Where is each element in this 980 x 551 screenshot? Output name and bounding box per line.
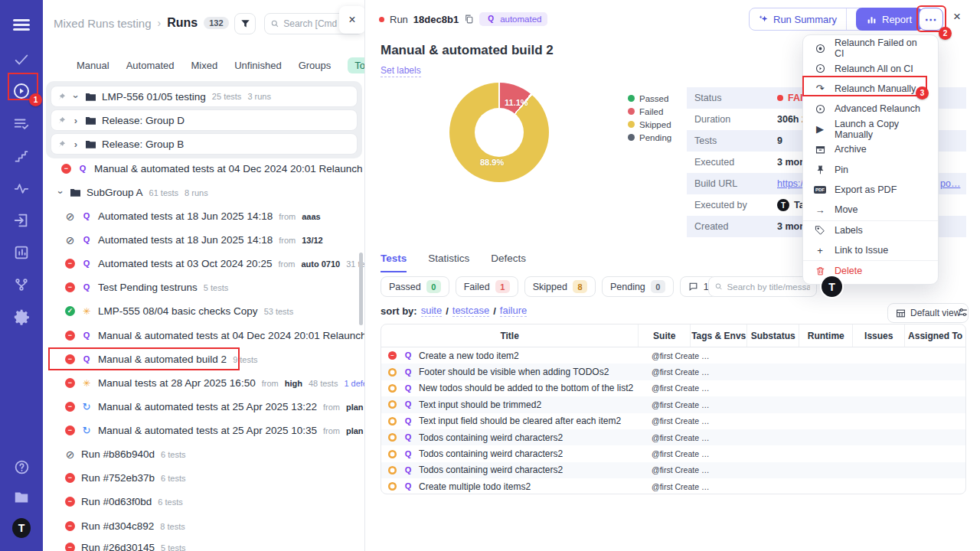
menu-advanced-relaunch[interactable]: Advanced Relaunch bbox=[803, 99, 938, 119]
breadcrumb-parent[interactable]: Mixed Runs testing bbox=[54, 17, 152, 30]
sort-by-failure[interactable]: failure bbox=[500, 305, 527, 317]
test-row[interactable]: QTodos containing weird characters2 @fir… bbox=[381, 445, 965, 461]
run-list-item[interactable]: − Q Automated tests at 03 Oct 2024 20:25… bbox=[43, 252, 365, 276]
menu-launch-copy[interactable]: ▶ Launch a Copy Manually bbox=[803, 119, 938, 139]
menu-move[interactable]: → Move bbox=[803, 200, 938, 220]
test-row[interactable]: QNew todos should be added to the bottom… bbox=[381, 380, 965, 396]
column-issues[interactable]: Issues bbox=[852, 324, 904, 347]
steps-nav-icon[interactable] bbox=[12, 147, 31, 165]
sort-by-testcase[interactable]: testcase bbox=[452, 305, 489, 317]
sort-by-suite[interactable]: suite bbox=[421, 305, 442, 317]
chevron-right-icon[interactable]: › bbox=[72, 115, 80, 126]
search-icon bbox=[715, 282, 723, 291]
testomat-logo-icon: Q bbox=[81, 283, 92, 292]
run-list-item[interactable]: ⊘ Q Automated tests at 18 Jun 2025 14:18… bbox=[43, 204, 365, 228]
analytics-nav-icon[interactable] bbox=[12, 243, 31, 262]
testomat-logo-icon: Q bbox=[403, 400, 413, 409]
run-list-item[interactable]: − Run #d304c892 8 tests bbox=[43, 514, 365, 538]
group-row[interactable]: › LMP-556 01/05 testing 25 tests 3 runs bbox=[51, 86, 358, 107]
column-tags-envs[interactable]: Tags & Envs bbox=[690, 324, 746, 347]
tab-automated[interactable]: Automated bbox=[126, 60, 175, 71]
projects-folder-icon[interactable] bbox=[12, 488, 31, 507]
defects-count[interactable]: 1 defects bbox=[344, 379, 365, 388]
list-check-nav-icon[interactable] bbox=[12, 115, 31, 133]
tab-groups[interactable]: Groups bbox=[299, 60, 332, 71]
column-suite[interactable]: Suite bbox=[638, 324, 690, 347]
close-run-button[interactable]: × bbox=[953, 9, 961, 24]
build-url-link[interactable]: https:// bbox=[777, 178, 806, 189]
tab-manual[interactable]: Manual bbox=[77, 60, 109, 71]
column-substatus[interactable]: Substatus bbox=[746, 324, 799, 347]
tab-defects[interactable]: Defects bbox=[491, 253, 526, 272]
pulse-nav-icon[interactable] bbox=[12, 179, 31, 197]
settings-gear-icon[interactable] bbox=[12, 308, 31, 326]
workspace-avatar[interactable]: T bbox=[12, 519, 31, 537]
filter-passed[interactable]: Passed0 bbox=[381, 276, 449, 297]
menu-relaunch-failed-ci[interactable]: Relaunch Failed on CI bbox=[803, 38, 938, 58]
test-row[interactable]: QText input should be trimmed2 @first Cr… bbox=[381, 396, 965, 412]
filter-skipped[interactable]: Skipped8 bbox=[524, 276, 596, 297]
filter-button[interactable] bbox=[234, 13, 256, 34]
run-list-item[interactable]: − Q Test Pending testruns 5 tests bbox=[43, 276, 365, 299]
report-button[interactable]: Report bbox=[856, 8, 923, 31]
run-list-item[interactable]: − ↻ Manual & automated tests at 25 Apr 2… bbox=[43, 395, 365, 419]
breadcrumb-separator-icon: › bbox=[158, 17, 162, 29]
run-list-item[interactable]: − Run #0d63f0bd 6 tests bbox=[43, 490, 365, 514]
test-row[interactable]: −QCreate a new todo item2 @first Create … bbox=[381, 347, 965, 364]
filter-pending[interactable]: Pending0 bbox=[602, 276, 674, 297]
run-list-item[interactable]: − Q Manual & automated tests at 04 Dec 2… bbox=[43, 324, 365, 347]
column-runtime[interactable]: Runtime bbox=[799, 324, 852, 347]
run-list-item[interactable]: − Q Manual & automated tests at 04 Dec 2… bbox=[43, 157, 365, 181]
group-row[interactable]: › Release: Group B bbox=[51, 133, 358, 155]
filter-failed[interactable]: Failed1 bbox=[456, 276, 518, 297]
test-row[interactable]: QFooter should be visible when adding TO… bbox=[381, 364, 965, 380]
help-icon[interactable] bbox=[12, 458, 31, 476]
run-list-item[interactable]: ⊘ Run #b86b940d 6 tests bbox=[43, 442, 365, 466]
chevron-right-icon[interactable]: › bbox=[72, 139, 80, 150]
menu-link-to-issue[interactable]: + Link to Issue bbox=[803, 240, 938, 260]
group-row[interactable]: › Release: Group D bbox=[51, 109, 358, 131]
tab-unfinished[interactable]: Unfinished bbox=[234, 60, 281, 71]
menu-archive[interactable]: Archive bbox=[803, 139, 938, 159]
menu-export-pdf[interactable]: PDF Export as PDF bbox=[803, 180, 938, 200]
run-list-item[interactable]: ⊘ Q Automated tests at 18 Jun 2025 14:18… bbox=[43, 228, 365, 252]
run-list-item[interactable]: − Run #752eb37b 6 tests bbox=[43, 466, 365, 490]
executor-avatar: T bbox=[777, 199, 789, 211]
test-row[interactable]: QText input field should be cleared afte… bbox=[381, 413, 965, 429]
run-list-item[interactable]: − ✳ Manual tests at 28 Apr 2025 16:50 fr… bbox=[43, 371, 365, 395]
user-avatar[interactable]: T bbox=[822, 276, 842, 297]
sign-in-nav-icon[interactable] bbox=[12, 211, 31, 230]
test-row[interactable]: QTodos containing weird characters2 @fir… bbox=[381, 462, 965, 478]
subgroup-row[interactable]: › SubGroup A 61 tests 8 runs bbox=[43, 181, 365, 204]
hamburger-menu-icon[interactable] bbox=[12, 15, 31, 34]
set-labels-link[interactable]: Set labels bbox=[381, 65, 421, 77]
menu-delete[interactable]: Delete bbox=[803, 260, 938, 280]
test-row[interactable]: QCreate multiple todo items2 @first Crea… bbox=[381, 478, 965, 494]
branch-nav-icon[interactable] bbox=[12, 276, 31, 294]
run-list-item[interactable]: − Run #26d30145 5 tests bbox=[43, 536, 365, 551]
tab-tests[interactable]: Tests bbox=[381, 253, 407, 272]
tests-count: 48 tests bbox=[309, 379, 338, 388]
menu-pin[interactable]: Pin bbox=[803, 159, 938, 179]
run-list-item[interactable]: ✓ ✳ LMP-555 08/04 basic checks Copy 53 t… bbox=[43, 299, 365, 323]
tests-search-input[interactable] bbox=[727, 282, 810, 292]
chevron-down-icon[interactable]: › bbox=[70, 93, 82, 100]
trash-icon bbox=[814, 266, 826, 276]
tab-today[interactable]: To bbox=[348, 57, 365, 73]
menu-labels[interactable]: Labels bbox=[803, 220, 938, 240]
copy-icon[interactable] bbox=[464, 14, 474, 24]
scrollbar[interactable] bbox=[359, 253, 363, 325]
tab-statistics[interactable]: Statistics bbox=[428, 253, 469, 272]
column-settings-icon[interactable] bbox=[957, 307, 969, 321]
run-summary-button[interactable]: Run Summary bbox=[750, 8, 847, 30]
panel-close-button[interactable]: × bbox=[339, 6, 365, 34]
column-assigned-to[interactable]: Assigned To bbox=[904, 324, 965, 347]
test-row[interactable]: QTodos containing weird characters2 @fir… bbox=[381, 429, 965, 445]
check-nav-icon[interactable] bbox=[12, 51, 31, 69]
run-list-item[interactable]: − ↻ Manual & automated tests at 25 Apr 2… bbox=[43, 419, 365, 442]
column-title[interactable]: Title bbox=[381, 324, 638, 347]
chevron-down-icon[interactable]: › bbox=[55, 189, 67, 197]
tab-mixed[interactable]: Mixed bbox=[191, 60, 218, 71]
pin-icon bbox=[57, 140, 66, 148]
build-url-link-end[interactable]: po… bbox=[940, 178, 960, 189]
